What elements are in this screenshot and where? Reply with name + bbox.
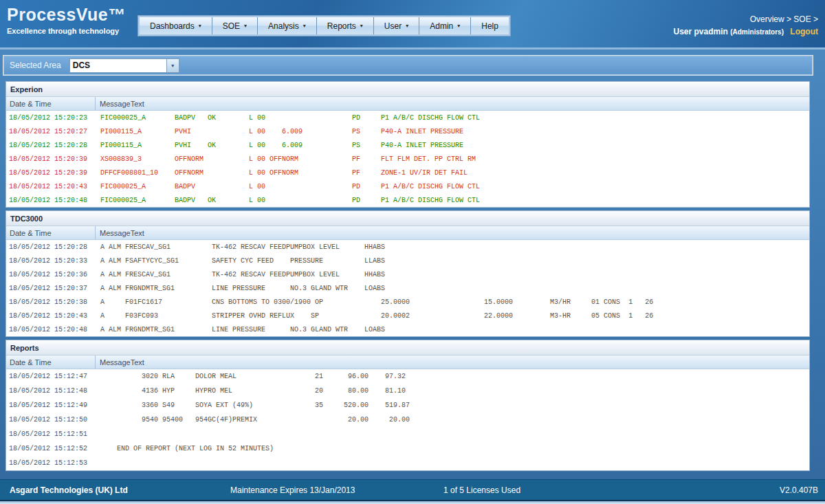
- row-message: END OF REPORT (NEXT LOG IN 52 MINUTES): [96, 445, 274, 452]
- caret-down-icon: ▾: [244, 23, 247, 29]
- table-row[interactable]: 18/05/2012 15:12:50 9540 95400 954GC(4F)…: [6, 413, 809, 427]
- caret-down-icon: ▾: [406, 23, 408, 29]
- nav-item-analysis[interactable]: Analysis▾: [258, 17, 317, 34]
- user-role: (Administrators): [730, 28, 784, 36]
- user-info: User pvadmin (Administrators) Logout: [674, 27, 819, 36]
- panel-title: Reports: [6, 340, 809, 355]
- column-header-messagetext[interactable]: MessageText: [96, 229, 144, 237]
- event-rows: 18/05/2012 15:20:23FIC000025_A BADPV OK …: [6, 111, 809, 207]
- nav-item-admin[interactable]: Admin▾: [419, 17, 471, 34]
- column-header-row: Date & Time MessageText: [6, 226, 809, 240]
- app-logo: ProcessVue™: [7, 5, 126, 25]
- table-row[interactable]: 18/05/2012 15:20:48FIC000025_A BADPV OK …: [6, 193, 809, 207]
- nav-item-reports[interactable]: Reports▾: [317, 17, 374, 34]
- row-message: FIC000025_A BADPV OK L 00 PD P1 A/B/C DI…: [96, 114, 480, 122]
- row-datetime: 18/05/2012 15:20:27: [6, 128, 96, 135]
- event-rows: 18/05/2012 15:20:28A ALM FRESCAV_SG1 TK-…: [6, 240, 809, 336]
- app-tagline: Excellence through technology: [7, 27, 119, 35]
- nav-item-user[interactable]: User▾: [374, 17, 419, 34]
- nav-label: User: [384, 21, 402, 31]
- table-row[interactable]: 18/05/2012 15:20:28A ALM FRESCAV_SG1 TK-…: [6, 240, 809, 254]
- row-message: A ALM FRGNDMTR_SG1 LINE PRESSURE NO.3 GL…: [96, 326, 385, 333]
- breadcrumb[interactable]: Overview > SOE >: [674, 14, 819, 24]
- row-datetime: 18/05/2012 15:12:52: [6, 445, 96, 452]
- table-row[interactable]: 18/05/2012 15:20:38A F01FC1617 CNS BOTTO…: [6, 295, 809, 309]
- table-row[interactable]: 18/05/2012 15:12:52 END OF REPORT (NEXT …: [6, 441, 809, 456]
- row-datetime: 18/05/2012 15:12:53: [6, 459, 96, 467]
- row-datetime: 18/05/2012 15:12:51: [6, 430, 96, 438]
- panel-title: Experion: [6, 82, 809, 97]
- row-message: PI000115_A PVHI OK L 00 6.009 PS P40-A I…: [96, 142, 463, 149]
- nav-item-dashboards[interactable]: Dashboards▾: [140, 17, 212, 34]
- table-row[interactable]: 18/05/2012 15:20:36A ALM FRESCAV_SG1 TK-…: [6, 267, 809, 281]
- row-datetime: 18/05/2012 15:20:33: [6, 257, 96, 265]
- row-datetime: 18/05/2012 15:12:48: [6, 387, 96, 395]
- panel-title: TDC3000: [6, 211, 809, 226]
- table-row[interactable]: 18/05/2012 15:20:33A ALM FSAFTYCYC_SG1 S…: [6, 254, 809, 267]
- nav-label: SOE: [223, 21, 240, 31]
- footer: Asgard Technologies (UK) Ltd Maintenance…: [0, 479, 825, 500]
- table-row[interactable]: 18/05/2012 15:12:49 3360 S49 SOYA EXT (4…: [6, 398, 809, 413]
- selected-area-dropdown[interactable]: DCS ▼: [69, 58, 179, 73]
- table-row[interactable]: 18/05/2012 15:20:28PI000115_A PVHI OK L …: [6, 138, 809, 152]
- row-datetime: 18/05/2012 15:12:50: [6, 416, 96, 424]
- row-datetime: 18/05/2012 15:12:47: [6, 373, 96, 380]
- column-header-messagetext[interactable]: MessageText: [96, 100, 144, 108]
- column-header-datetime[interactable]: Date & Time: [6, 97, 96, 110]
- panel-reports: Reports Date & Time MessageText 18/05/20…: [6, 340, 810, 471]
- table-row[interactable]: 18/05/2012 15:12:53: [6, 456, 809, 470]
- table-row[interactable]: 18/05/2012 15:12:47 3020 RLA DOLOR MEAL …: [6, 369, 809, 384]
- row-datetime: 18/05/2012 15:20:39: [6, 169, 96, 177]
- table-row[interactable]: 18/05/2012 15:20:43A F03FC093 STRIPPER O…: [6, 309, 809, 322]
- table-row[interactable]: 18/05/2012 15:12:48 4136 HYP HYPRO MEL 2…: [6, 384, 809, 398]
- nav-label: Analysis: [268, 21, 299, 31]
- table-row[interactable]: 18/05/2012 15:20:48A ALM FRGNDMTR_SG1 LI…: [6, 322, 809, 336]
- row-message: A ALM FRESCAV_SG1 TK-462 RESCAV FEEDPUMP…: [96, 243, 385, 251]
- table-row[interactable]: 18/05/2012 15:20:39DFFCF008801_10 OFFNOR…: [6, 166, 809, 179]
- table-row[interactable]: 18/05/2012 15:20:43FIC000025_A BADPV L 0…: [6, 179, 809, 193]
- table-row[interactable]: 18/05/2012 15:20:37A ALM FRGNDMTR_SG1 LI…: [6, 281, 809, 295]
- row-datetime: 18/05/2012 15:20:43: [6, 183, 96, 190]
- row-datetime: 18/05/2012 15:20:23: [6, 114, 96, 122]
- column-header-messagetext[interactable]: MessageText: [96, 358, 144, 366]
- column-header-datetime[interactable]: Date & Time: [6, 355, 96, 369]
- panel-tdc3000: TDC3000 Date & Time MessageText 18/05/20…: [6, 210, 810, 337]
- panel-experion: Experion Date & Time MessageText 18/05/2…: [6, 81, 810, 208]
- app-header: ProcessVue™ Excellence through technolog…: [0, 0, 825, 50]
- table-row[interactable]: 18/05/2012 15:20:39XS008839_3 OFFNORM L …: [6, 152, 809, 166]
- row-message: FIC000025_A BADPV OK L 00 PD P1 A/B/C DI…: [96, 197, 480, 204]
- column-header-datetime[interactable]: Date & Time: [6, 226, 96, 239]
- caret-down-icon: ▾: [360, 23, 363, 29]
- dropdown-value: DCS: [70, 61, 166, 70]
- logout-link[interactable]: Logout: [790, 27, 818, 36]
- footer-maintenance: Maintenance Expires 13/Jan/2013: [230, 485, 355, 495]
- row-message: A ALM FSAFTYCYC_SG1 SAFETY CYC FEED PRES…: [96, 257, 385, 265]
- row-datetime: 18/05/2012 15:20:28: [6, 142, 96, 149]
- column-header-row: Date & Time MessageText: [6, 97, 809, 111]
- caret-down-icon: ▾: [457, 23, 460, 29]
- row-message: 3360 S49 SOYA EXT (49%) 35 520.00 519.87: [96, 402, 410, 409]
- table-row[interactable]: 18/05/2012 15:20:27PI000115_A PVHI L 00 …: [6, 124, 809, 138]
- row-message: A F03FC093 STRIPPER OVHD REFLUX SP 20.00…: [96, 312, 653, 320]
- bottom-strip: [0, 501, 825, 504]
- column-header-row: Date & Time MessageText: [6, 355, 809, 369]
- nav-label: Help: [481, 21, 498, 31]
- row-message: A ALM FRGNDMTR_SG1 LINE PRESSURE NO.3 GL…: [96, 285, 385, 292]
- row-datetime: 18/05/2012 15:20:36: [6, 271, 96, 278]
- selected-area-label: Selected Area: [10, 61, 61, 70]
- footer-licenses: 1 of 5 Licenses Used: [443, 485, 520, 495]
- caret-down-icon: ▾: [303, 23, 306, 29]
- table-row[interactable]: 18/05/2012 15:12:51: [6, 427, 809, 441]
- table-row[interactable]: 18/05/2012 15:20:23FIC000025_A BADPV OK …: [6, 111, 809, 124]
- row-message: 9540 95400 954GC(4F)PREMIX 20.00 20.00: [96, 416, 410, 424]
- row-message: PI000115_A PVHI L 00 6.009 PS P40-A INLE…: [96, 128, 463, 135]
- dropdown-arrow-icon[interactable]: ▼: [166, 59, 179, 72]
- row-message: A ALM FRESCAV_SG1 TK-462 RESCAV FEEDPUMP…: [96, 271, 385, 278]
- row-message: DFFCF008801_10 OFFNORM L 00 OFFNORM PF Z…: [96, 169, 468, 177]
- nav-item-help[interactable]: Help: [471, 17, 509, 34]
- row-datetime: 18/05/2012 15:20:48: [6, 197, 96, 204]
- row-message: FIC000025_A BADPV L 00 PD P1 A/B/C DISCH…: [96, 183, 480, 190]
- row-datetime: 18/05/2012 15:20:43: [6, 312, 96, 320]
- selected-area-bar: Selected Area DCS ▼: [3, 55, 813, 76]
- nav-item-soe[interactable]: SOE▾: [212, 17, 258, 34]
